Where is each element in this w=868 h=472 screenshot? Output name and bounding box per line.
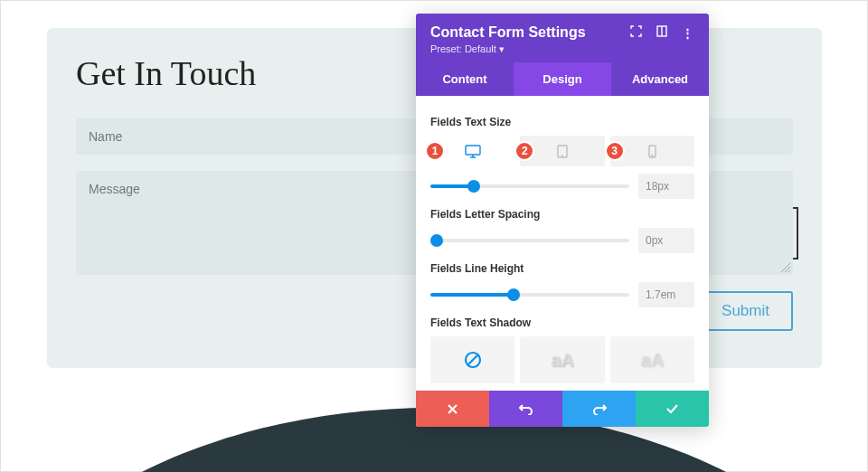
panel-title-text: Contact Form Settings xyxy=(430,24,586,41)
none-icon xyxy=(463,350,483,370)
expand-icon[interactable] xyxy=(630,25,642,40)
phone-icon xyxy=(648,145,656,158)
badge-1: 1 xyxy=(425,141,445,161)
redo-button[interactable] xyxy=(562,391,636,427)
letter-spacing-value[interactable]: 0px xyxy=(638,228,694,253)
slider-thumb[interactable] xyxy=(467,180,480,193)
shadow-preset-2[interactable]: aA xyxy=(610,336,694,383)
panel-header: Contact Form Settings ⋮ Preset: Default … xyxy=(416,14,709,62)
cancel-button[interactable] xyxy=(416,391,489,427)
panel-body: Fields Text Size 1 2 3 xyxy=(416,96,709,391)
desktop-icon xyxy=(465,145,481,158)
text-size-value[interactable]: 18px xyxy=(638,174,694,199)
preset-selector[interactable]: Preset: Default ▾ xyxy=(430,43,694,55)
panel-tabs: Content Design Advanced xyxy=(416,62,709,96)
badge-3: 3 xyxy=(605,141,625,161)
text-size-slider[interactable] xyxy=(430,184,629,188)
shadow-preset-1[interactable]: aA xyxy=(520,336,604,383)
line-height-slider[interactable] xyxy=(430,293,629,297)
undo-icon xyxy=(519,402,533,415)
device-phone[interactable]: 3 xyxy=(610,136,694,166)
more-icon[interactable]: ⋮ xyxy=(682,26,694,40)
line-height-label: Fields Line Height xyxy=(430,262,694,275)
columns-icon[interactable] xyxy=(656,25,667,40)
letter-spacing-slider[interactable] xyxy=(430,239,629,242)
device-tablet[interactable]: 2 xyxy=(520,136,604,166)
svg-point-8 xyxy=(652,155,653,156)
line-height-value[interactable]: 1.7em xyxy=(638,282,694,307)
letter-spacing-slider-row: 0px xyxy=(430,228,694,253)
badge-2: 2 xyxy=(514,141,534,161)
device-row: 1 2 3 xyxy=(430,136,694,166)
text-shadow-label: Fields Text Shadow xyxy=(430,316,694,329)
tab-content[interactable]: Content xyxy=(416,62,514,96)
text-size-slider-row: 18px xyxy=(430,174,694,199)
slider-thumb[interactable] xyxy=(430,234,443,247)
redo-icon xyxy=(592,402,607,415)
device-desktop[interactable]: 1 xyxy=(430,136,514,166)
chevron-down-icon: ▾ xyxy=(499,43,505,54)
text-size-label: Fields Text Size xyxy=(430,116,694,128)
tab-design[interactable]: Design xyxy=(514,62,611,96)
tab-advanced[interactable]: Advanced xyxy=(611,62,709,96)
selection-outline xyxy=(793,207,798,260)
undo-button[interactable] xyxy=(489,391,562,427)
close-icon xyxy=(447,403,458,415)
slider-thumb[interactable] xyxy=(507,288,520,301)
panel-footer xyxy=(416,391,709,427)
message-placeholder: Message xyxy=(89,182,140,196)
name-placeholder: Name xyxy=(89,129,122,144)
save-button[interactable] xyxy=(636,391,709,427)
submit-button[interactable]: Submit xyxy=(698,291,793,331)
settings-panel: Contact Form Settings ⋮ Preset: Default … xyxy=(416,14,709,427)
check-icon xyxy=(665,403,679,414)
svg-rect-2 xyxy=(466,146,480,155)
tablet-icon xyxy=(557,145,568,158)
letter-spacing-label: Fields Letter Spacing xyxy=(430,208,694,221)
svg-line-10 xyxy=(467,354,478,365)
resize-handle-icon[interactable] xyxy=(780,262,791,273)
line-height-slider-row: 1.7em xyxy=(430,282,694,307)
shadow-none[interactable] xyxy=(430,336,514,383)
text-shadow-options: aA aA xyxy=(430,336,694,383)
